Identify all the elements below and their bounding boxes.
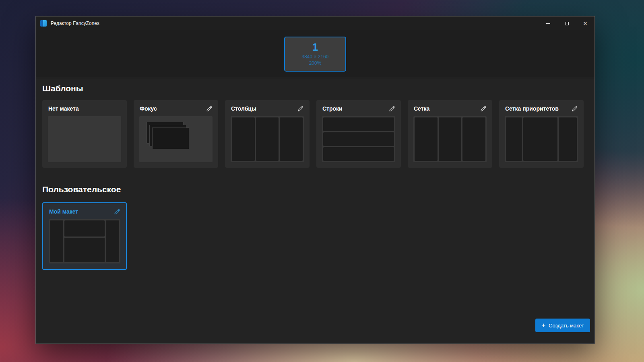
custom-card-title: Мой макет [49,208,78,215]
edit-layout-button[interactable] [387,104,396,113]
create-layout-label: Создать макет [549,323,584,329]
desktop-wallpaper: Редактор FancyZones ✕ 1 3840 × 2160 200% [0,0,644,362]
custom-card-my-layout[interactable]: Мой макет [42,202,127,270]
templates-row: Нет макета Фокус [42,100,584,168]
zone [523,117,557,161]
pencil-icon [297,105,304,112]
pencil-icon [480,105,487,112]
zone [50,220,63,262]
maximize-icon [565,22,569,25]
layout-preview-rows [322,116,395,162]
monitor-number: 1 [312,42,318,53]
monitor-scaling: 200% [309,60,322,66]
edit-layout-button[interactable] [478,104,488,113]
zone [559,117,577,161]
template-card-title: Сетка [414,105,429,112]
title-bar[interactable]: Редактор FancyZones ✕ [36,16,594,30]
layout-preview-focus [139,116,213,162]
edit-layout-button[interactable] [570,104,579,113]
edit-layout-button[interactable] [204,104,214,113]
template-card-no-layout[interactable]: Нет макета [42,100,127,168]
zone [323,147,394,161]
pencil-icon [206,105,213,112]
layout-preview-priority-grid [505,116,578,162]
template-card-title: Сетка приоритетов [505,105,559,112]
fancyzones-editor-window: Редактор FancyZones ✕ 1 3840 × 2160 200% [35,16,595,344]
template-card-title: Строки [322,105,343,112]
pencil-icon [114,208,120,215]
layout-preview-grid [413,116,487,162]
template-card-title: Фокус [140,105,157,112]
monitor-resolution: 3840 × 2160 [301,54,328,60]
custom-layouts-row: Мой макет [42,202,127,270]
monitor-selector-area: 1 3840 × 2160 200% [36,30,594,78]
maximize-button[interactable] [557,16,576,30]
template-card-columns[interactable]: Столбцы [225,100,310,168]
zone [256,117,279,161]
zone [232,117,255,161]
layout-preview-custom [49,219,120,263]
zone [415,117,438,161]
edit-layout-button[interactable] [112,207,122,216]
custom-heading: Пользовательское [42,185,121,194]
zone [106,220,119,262]
pencil-icon [388,105,395,112]
close-icon: ✕ [583,21,588,26]
template-card-rows[interactable]: Строки [316,100,401,168]
zone [439,117,462,161]
zone [280,117,303,161]
template-card-priority-grid[interactable]: Сетка приоритетов [499,100,584,168]
template-card-title: Нет макета [48,105,79,112]
template-card-focus[interactable]: Фокус [134,100,218,168]
create-layout-button[interactable]: + Создать макет [535,319,590,332]
window-controls: ✕ [539,16,594,30]
zone [323,132,394,146]
plus-icon: + [541,322,545,329]
zone [323,117,394,131]
template-card-title: Столбцы [231,105,256,112]
fancyzones-app-icon [40,20,47,27]
pencil-icon [571,105,578,112]
layout-preview-blank [48,116,121,162]
edit-layout-button[interactable] [295,104,305,113]
close-button[interactable]: ✕ [576,16,594,30]
editor-content: Шаблоны Нет макета Фокус [36,78,594,343]
zone [462,117,485,161]
zone [152,128,189,149]
minimize-icon [546,23,550,24]
monitor-1-tile[interactable]: 1 3840 × 2160 200% [284,37,346,72]
templates-heading: Шаблоны [42,84,83,93]
layout-preview-columns [231,116,304,162]
zone [64,238,105,262]
minimize-button[interactable] [539,16,557,30]
zone [64,220,105,237]
window-title: Редактор FancyZones [51,21,99,26]
template-card-grid[interactable]: Сетка [408,100,492,168]
zone-column [64,220,105,262]
zone [506,117,522,161]
